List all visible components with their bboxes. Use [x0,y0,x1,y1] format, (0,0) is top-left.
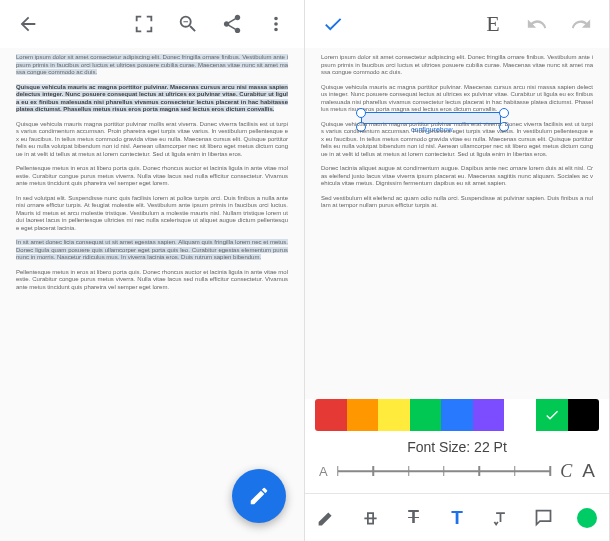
doc-para: In sit amet donec licia consequat ut sit… [16,239,288,262]
comment-tool[interactable] [524,498,564,538]
text-tools-panel: Font Size: 22 Pt A C A T T [305,399,609,541]
doc-para: Quisque vehicula mauris ac magna porttit… [16,84,288,114]
editor-pane: E Lorem ipsum dolor sit amet consectetur… [305,0,610,541]
slider-tick [514,466,516,476]
scan-button[interactable] [124,4,164,44]
doc-para: Sed vestibulum elit eleifend ac quam odi… [321,195,593,210]
pen-tool[interactable] [307,498,347,538]
doc-para: Lorem ipsum dolor sit amet consectetur a… [321,54,593,77]
slider-tick [408,466,410,476]
slider-tick [479,466,481,476]
color-swatch[interactable] [536,399,568,431]
color-swatch[interactable] [410,399,442,431]
color-dot-icon [577,508,597,528]
edit-fab[interactable] [232,469,286,523]
slider-tick [550,466,552,476]
text-tool[interactable]: T [437,498,477,538]
zoom-out-button[interactable] [168,4,208,44]
slider-mid-glyph: C [560,461,572,482]
color-swatch[interactable] [473,399,505,431]
doc-para: Lorem ipsum dolor sit amet consectetur a… [16,54,288,77]
color-swatch[interactable] [568,399,600,431]
color-swatch[interactable] [441,399,473,431]
highlight-tool[interactable] [350,498,390,538]
strikethrough-tool[interactable]: T [394,498,434,538]
more-button[interactable] [256,4,296,44]
editor-bottombar: T T [305,493,609,541]
doc-para: Pellentesque metus in eros at libero por… [16,269,288,292]
editor-document[interactable]: Lorem ipsum dolor sit amet consectetur a… [305,48,609,399]
back-button[interactable] [8,4,48,44]
font-size-label: Font Size: [407,439,470,455]
doc-para: In sed volutpat elit. Suspendisse nunc q… [16,195,288,233]
undo-button[interactable] [517,4,557,44]
font-size-slider[interactable]: A C A [305,457,609,493]
slider-track[interactable] [338,459,551,483]
slider-max-glyph: A [582,460,595,482]
font-size-value: 22 Pt [474,439,507,455]
color-swatch[interactable] [378,399,410,431]
share-button[interactable] [212,4,252,44]
selection-handle-tl[interactable] [356,108,366,118]
color-swatch[interactable] [347,399,379,431]
slider-tick [372,466,374,476]
slider-tick [337,466,339,476]
selection-handle-tr[interactable] [499,108,509,118]
color-swatch[interactable] [504,399,536,431]
viewer-toolbar [0,0,304,48]
doc-para: Quisque vehicula mauris magna porttitor … [321,121,593,159]
color-palette [315,399,599,431]
viewer-pane: Lorem ipsum dolor sit amet consectetur a… [0,0,305,541]
color-swatch[interactable] [315,399,347,431]
slider-tick [443,466,445,476]
insert-text-tool[interactable] [480,498,520,538]
redo-button[interactable] [561,4,601,44]
doc-para: Pellentesque metus in eros at libero por… [16,165,288,188]
slider-min-glyph: A [319,464,328,479]
viewer-document[interactable]: Lorem ipsum dolor sit amet consectetur a… [0,48,304,541]
confirm-button[interactable] [313,4,353,44]
editor-toolbar: E [305,0,609,48]
font-size-row: Font Size: 22 Pt [305,431,609,457]
doc-para: Donec lacinia aliquet augue at condiment… [321,165,593,188]
type-style-button[interactable]: E [473,4,513,44]
doc-para: Quisque vehicula mauris ac magna porttit… [321,84,593,114]
color-tool[interactable] [567,498,607,538]
doc-para: Quisque vehicula mauris magna porttitor … [16,121,288,159]
